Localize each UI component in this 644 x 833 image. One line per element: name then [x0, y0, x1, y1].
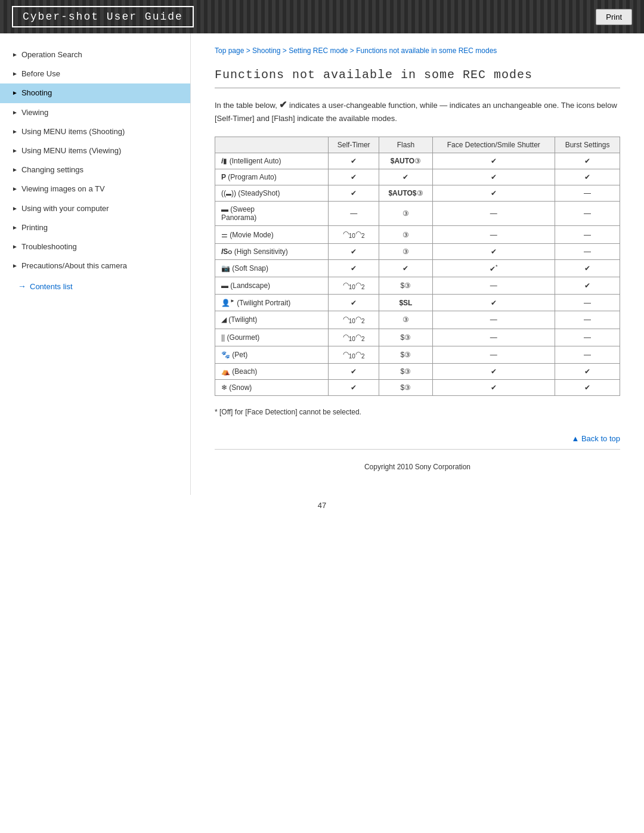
face-detection-cell: — [432, 329, 555, 346]
sidebar-item-operation-search[interactable]: ►Operation Search [0, 45, 190, 64]
self-timer-cell: ✔ [328, 295, 379, 311]
page-title: Functions not available in some REC mode… [215, 68, 620, 88]
flash-cell: $③ [379, 364, 432, 380]
footnote: * [Off] for [Face Detection] cannot be s… [215, 408, 620, 416]
burst-settings-cell: — [555, 243, 620, 259]
face-detection-cell: ✔ [432, 364, 555, 380]
flash-cell: $③ [379, 277, 432, 294]
self-timer-cell: ◠10◠2 [328, 226, 379, 243]
sidebar-item-label: Using MENU items (Viewing) [21, 145, 121, 156]
mode-cell: 🐾 (Pet) [215, 346, 329, 363]
sidebar-arrow-icon: ► [12, 185, 18, 193]
face-detection-cell: ✔ [432, 295, 555, 311]
burst-settings-cell: ✔ [555, 259, 620, 277]
sidebar-item-label: Before Use [21, 69, 60, 79]
sidebar-arrow-icon: ► [12, 243, 18, 251]
face-detection-cell: ✔ [432, 243, 555, 259]
sidebar-arrow-icon: ► [12, 205, 18, 213]
sidebar-item-label: Using MENU items (Shooting) [21, 126, 125, 137]
mode-label: (Pet) [232, 351, 247, 359]
breadcrumb-link[interactable]: Shooting [252, 47, 280, 55]
sidebar-item-before-use[interactable]: ►Before Use [0, 64, 190, 83]
sidebar-arrow-icon: ► [12, 51, 18, 59]
self-timer-cell: ✔ [328, 364, 379, 380]
mode-icon: ❄ [221, 383, 227, 392]
sidebar-item-viewing-images-on-a-tv[interactable]: ►Viewing images on a TV [0, 179, 190, 199]
content-area: Top page > Shooting > Setting REC mode >… [191, 33, 644, 495]
contents-list-link[interactable]: → Contents list [0, 275, 190, 297]
col-header-burst: Burst Settings [555, 137, 620, 153]
app-title: Cyber-shot User Guide [12, 6, 194, 27]
mode-label: (Intelligent Auto) [230, 157, 281, 165]
breadcrumb-link[interactable]: Setting REC mode [289, 47, 348, 55]
mode-cell: ⛺ (Beach) [215, 364, 329, 380]
burst-settings-cell: ✔ [555, 169, 620, 185]
flash-cell: ③ [379, 243, 432, 259]
sidebar-item-using-menu-items-viewing[interactable]: ►Using MENU items (Viewing) [0, 141, 190, 160]
sidebar-arrow-icon: ► [12, 262, 18, 270]
self-timer-cell: ✔ [328, 259, 379, 277]
self-timer-cell: ✔ [328, 380, 379, 396]
burst-settings-cell: ✔ [555, 277, 620, 294]
print-button[interactable]: Print [596, 9, 632, 25]
sidebar-item-label: Using with your computer [21, 203, 109, 214]
burst-settings-cell: — [555, 295, 620, 311]
mode-label: (Twilight Portrait) [237, 299, 290, 307]
sidebar-item-label: Viewing images on a TV [21, 184, 105, 194]
mode-label: (Beach) [232, 367, 257, 376]
sidebar-arrow-icon: ► [12, 109, 18, 117]
header: Cyber-shot User Guide Print [0, 0, 644, 33]
sidebar-item-using-with-your-computer[interactable]: ►Using with your computer [0, 199, 190, 218]
mode-icon: 📷 [221, 264, 230, 272]
col-header-flash: Flash [379, 137, 432, 153]
sidebar-arrow-icon: ► [12, 166, 18, 174]
burst-settings-cell: — [555, 185, 620, 202]
table-row: 🐾 (Pet) ◠10◠2 $③ — — [215, 346, 620, 363]
col-header-facedetection: Face Detection/Smile Shutter [432, 137, 555, 153]
mode-icon: || [221, 333, 225, 342]
self-timer-cell: ✔ [328, 169, 379, 185]
sidebar-item-using-menu-items-shooting[interactable]: ►Using MENU items (Shooting) [0, 122, 190, 141]
face-detection-cell: ✔ [432, 380, 555, 396]
sidebar-item-precautionsabout-this-camera[interactable]: ►Precautions/About this camera [0, 256, 190, 275]
sidebar-item-shooting[interactable]: ►Shooting [0, 83, 190, 103]
self-timer-cell: ✔ [328, 185, 379, 202]
intro-text: In the table below, ✔ indicates a user-c… [215, 97, 620, 125]
mode-cell: || (Gourmet) [215, 329, 329, 346]
mode-icon: ▬ [221, 281, 228, 290]
breadcrumb-link[interactable]: Top page [215, 47, 244, 55]
sidebar-item-viewing[interactable]: ►Viewing [0, 103, 190, 122]
mode-label: (Program Auto) [228, 173, 276, 181]
sidebar-item-troubleshooting[interactable]: ►Troubleshooting [0, 237, 190, 256]
mode-label: (Soft Snap) [232, 264, 268, 272]
back-to-top-link[interactable]: ▲ Back to top [215, 434, 620, 443]
sidebar-item-printing[interactable]: ►Printing [0, 218, 190, 237]
burst-settings-cell: — [555, 329, 620, 346]
mode-icon: i▮ [221, 157, 227, 165]
face-detection-cell: — [432, 226, 555, 243]
mode-cell: ⚌ (Movie Mode) [215, 226, 329, 243]
sidebar: ►Operation Search►Before Use►Shooting►Vi… [0, 33, 191, 495]
mode-cell: ((▬)) (SteadyShot) [215, 185, 329, 202]
mode-cell: ISO (High Sensitivity) [215, 243, 329, 259]
face-detection-cell: — [432, 311, 555, 329]
copyright: Copyright 2010 Sony Corporation [215, 457, 620, 483]
mode-icon: ((▬)) [221, 189, 236, 197]
table-row: ((▬)) (SteadyShot) ✔ $AUTO$③ ✔ — [215, 185, 620, 202]
flash-cell: ✔ [379, 259, 432, 277]
mode-icon: ⛺ [221, 367, 230, 376]
flash-cell: $③ [379, 346, 432, 363]
table-row: ▬ (SweepPanorama) — ③ — — [215, 202, 620, 226]
self-timer-cell: ✔ [328, 153, 379, 169]
table-row: P (Program Auto) ✔ ✔ ✔ ✔ [215, 169, 620, 185]
flash-cell: ③ [379, 202, 432, 226]
mode-icon: P [221, 173, 226, 181]
sidebar-arrow-icon: ► [12, 224, 18, 232]
sidebar-item-changing-settings[interactable]: ►Changing settings [0, 160, 190, 179]
burst-settings-cell: — [555, 202, 620, 226]
mode-icon: ⚌ [221, 231, 228, 239]
sidebar-item-label: Troubleshooting [21, 241, 77, 252]
mode-icon: ISO [221, 247, 232, 256]
burst-settings-cell: ✔ [555, 153, 620, 169]
mode-label: (High Sensitivity) [234, 247, 288, 256]
